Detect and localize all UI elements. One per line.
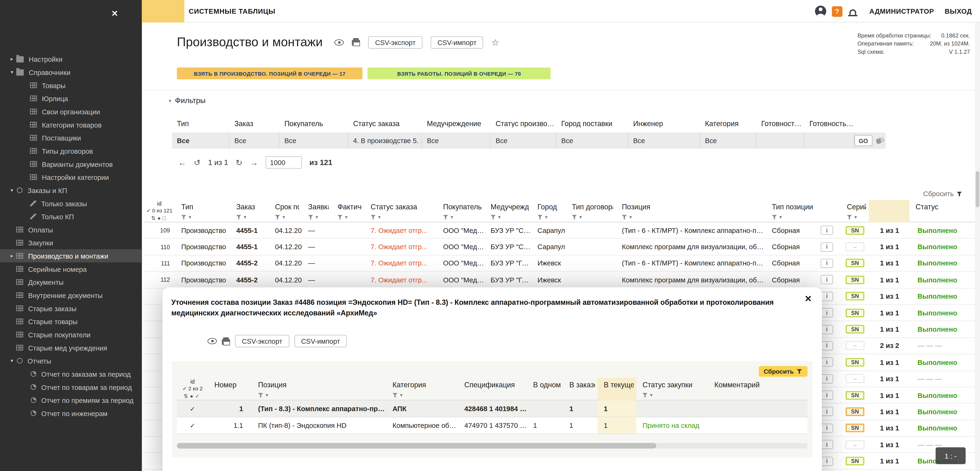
filter-value[interactable]: Все: [172, 133, 229, 149]
info-button[interactable]: i: [821, 341, 833, 350]
sidebar-close-icon[interactable]: ✕: [111, 9, 118, 18]
sidebar-item[interactable]: Юрлица: [0, 92, 142, 105]
print-icon[interactable]: [352, 40, 360, 46]
column-filter-controls[interactable]: ▾: [275, 213, 299, 221]
favorite-star-icon[interactable]: ☆: [492, 38, 499, 46]
row-checkbox[interactable]: ✓: [177, 405, 208, 412]
modal-reset-button[interactable]: Сбросить: [759, 366, 808, 377]
column-filter-controls[interactable]: ▾: [847, 213, 866, 221]
serial-badge[interactable]: SN: [846, 226, 864, 235]
sidebar-item[interactable]: Только заказы: [0, 197, 142, 210]
column-filter-controls[interactable]: ▾: [308, 213, 329, 221]
table-row[interactable]: 112 Производство 4455-2 04.12.20 — 7. Ож…: [144, 272, 975, 288]
table-row[interactable]: 111 Производство 4455-2 04.12.20 — 7. Ож…: [144, 255, 975, 272]
funnel-icon[interactable]: [643, 392, 648, 398]
sidebar-item[interactable]: ▾ Отчеты: [0, 354, 142, 368]
serial-badge[interactable]: SN: [846, 275, 864, 284]
modal-table-row[interactable]: ✓ 1.1 ПК (тип-8) - Эндоскопия HD Компьют…: [177, 417, 808, 434]
chevron-down-icon[interactable]: ▾: [316, 214, 318, 220]
column-filter-controls[interactable]: ▾: [643, 390, 706, 399]
chevron-down-icon[interactable]: ▾: [266, 392, 268, 398]
column-filter-controls[interactable]: ▾: [538, 213, 563, 221]
sidebar-item[interactable]: ▾ Заказы и КП: [0, 184, 142, 197]
sidebar-item[interactable]: Старые заказы: [0, 302, 142, 315]
administrator-link[interactable]: АДМИНИСТРАТОР: [869, 8, 934, 15]
funnel-icon[interactable]: [622, 214, 628, 220]
sort-icon[interactable]: ⇅: [151, 215, 158, 221]
selection-controls[interactable]: ⇅●□: [145, 215, 174, 223]
expander-icon[interactable]: ▾: [8, 358, 16, 364]
chevron-down-icon[interactable]: ▾: [282, 214, 285, 220]
serial-badge[interactable]: SN: [846, 308, 864, 317]
sidebar-item[interactable]: Оплаты: [0, 223, 142, 236]
sidebar-item[interactable]: ▾ Справочники: [0, 65, 142, 79]
help-button[interactable]: ?: [832, 6, 842, 16]
sidebar-item[interactable]: Только КП: [0, 210, 142, 223]
sidebar-item[interactable]: Свои организации: [0, 105, 142, 118]
funnel-icon[interactable]: [275, 214, 281, 220]
funnel-icon[interactable]: [443, 214, 449, 220]
serial-badge[interactable]: –: [846, 440, 864, 449]
sidebar-item[interactable]: Документы: [0, 276, 142, 289]
prev-page-icon[interactable]: ←: [178, 159, 186, 167]
reset-filters-link[interactable]: Сбросить: [923, 190, 963, 198]
column-filter-controls[interactable]: ▾: [772, 213, 813, 221]
column-filter-controls[interactable]: ▾: [337, 213, 362, 221]
info-button[interactable]: i: [821, 308, 833, 317]
column-filter-controls[interactable]: ▾: [622, 213, 763, 221]
csv-export-button[interactable]: CSV-экспорт: [368, 36, 423, 48]
chevron-down-icon[interactable]: ▾: [629, 214, 632, 220]
chevron-down-icon[interactable]: ▾: [579, 214, 582, 220]
chevron-down-icon[interactable]: ▾: [189, 214, 191, 220]
info-button[interactable]: i: [821, 391, 833, 400]
filter-value[interactable]: Все: [556, 133, 628, 149]
chevron-down-icon[interactable]: ▾: [650, 392, 652, 398]
queue-action-button[interactable]: ВЗЯТЬ РАБОТЫ. ПОЗИЦИЙ В ОЧЕРЕДИ — 70: [368, 67, 550, 79]
chevron-down-icon[interactable]: ▾: [498, 214, 501, 220]
funnel-icon[interactable]: [181, 214, 187, 220]
funnel-icon[interactable]: [236, 214, 242, 220]
filter-value[interactable]: [756, 133, 805, 149]
select-all-check-icon[interactable]: ✓: [195, 393, 202, 399]
horizontal-scrollbar[interactable]: [177, 443, 808, 449]
close-icon[interactable]: ✕: [805, 294, 812, 304]
filter-value[interactable]: [805, 133, 854, 149]
funnel-icon[interactable]: [772, 214, 778, 220]
sidebar-item[interactable]: Серийные номера: [0, 262, 142, 276]
go-button[interactable]: GO: [854, 135, 872, 146]
sidebar-item[interactable]: ▸ Производство и монтажи: [0, 249, 142, 262]
column-filter-controls[interactable]: ▾: [236, 213, 266, 221]
filter-value[interactable]: 4. В производстве 5. ...: [348, 133, 422, 149]
sidebar-item[interactable]: Товары: [0, 79, 142, 92]
table-row[interactable]: 109 Производство 4455-1 04.12.20 — 7. Ож…: [144, 222, 975, 239]
chevron-down-icon[interactable]: ▾: [378, 214, 381, 220]
funnel-icon[interactable]: [572, 214, 578, 220]
chevron-down-icon[interactable]: ▾: [244, 214, 246, 220]
table-row[interactable]: 110 Производство 4455-1 04.12.20 — 7. Ож…: [144, 239, 975, 255]
expander-icon[interactable]: ▾: [8, 69, 16, 75]
funnel-icon[interactable]: [258, 392, 264, 398]
csv-import-button[interactable]: CSV-импорт: [294, 335, 347, 347]
sidebar-item[interactable]: Старые товары: [0, 315, 142, 328]
serial-badge[interactable]: –: [846, 374, 864, 383]
visibility-icon[interactable]: [334, 39, 344, 46]
sidebar-item[interactable]: Типы договоров: [0, 144, 142, 157]
system-tables-link[interactable]: СИСТЕМНЫЕ ТАБЛИЦЫ: [189, 8, 275, 15]
funnel-icon[interactable]: [308, 214, 314, 220]
serial-badge[interactable]: SN: [846, 408, 864, 416]
chevron-down-icon[interactable]: ▾: [545, 214, 547, 220]
serial-badge[interactable]: SN: [846, 292, 864, 301]
info-button[interactable]: i: [821, 440, 833, 449]
print-icon[interactable]: [222, 339, 230, 345]
info-button[interactable]: i: [821, 275, 833, 284]
info-button[interactable]: i: [821, 325, 833, 334]
modal-table-row[interactable]: ✓ 1 (Тип - 8.3) - Комплекс аппаратно-про…: [177, 401, 808, 417]
logo-block[interactable]: [142, 0, 184, 22]
sidebar-item[interactable]: ▸ Настройки: [0, 52, 142, 66]
column-filter-controls[interactable]: ▾: [491, 213, 529, 221]
scrollbar-thumb[interactable]: [177, 443, 656, 449]
select-all-checkbox-icon[interactable]: □: [162, 215, 168, 221]
filter-value[interactable]: Все: [279, 133, 348, 149]
serial-badge[interactable]: SN: [846, 391, 864, 400]
user-avatar-icon[interactable]: [815, 6, 826, 17]
